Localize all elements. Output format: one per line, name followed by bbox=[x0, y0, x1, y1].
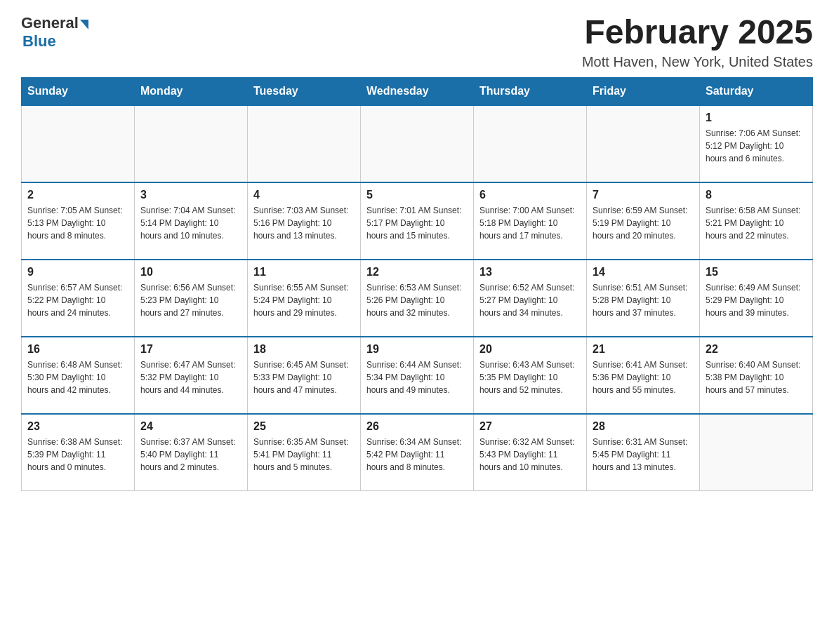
calendar-cell bbox=[587, 105, 700, 182]
calendar-cell: 13Sunrise: 6:52 AM Sunset: 5:27 PM Dayli… bbox=[474, 260, 587, 337]
day-info: Sunrise: 7:00 AM Sunset: 5:18 PM Dayligh… bbox=[479, 204, 581, 242]
logo-general-text: General bbox=[21, 14, 79, 32]
day-number: 27 bbox=[479, 420, 581, 433]
day-info: Sunrise: 6:56 AM Sunset: 5:23 PM Dayligh… bbox=[140, 281, 241, 319]
calendar-cell bbox=[135, 105, 248, 182]
day-number: 13 bbox=[479, 266, 581, 279]
day-number: 2 bbox=[27, 189, 128, 201]
day-number: 16 bbox=[27, 343, 128, 356]
calendar-cell: 3Sunrise: 7:04 AM Sunset: 5:14 PM Daylig… bbox=[135, 182, 248, 260]
day-info: Sunrise: 6:35 AM Sunset: 5:41 PM Dayligh… bbox=[253, 436, 355, 474]
day-info: Sunrise: 6:32 AM Sunset: 5:43 PM Dayligh… bbox=[479, 436, 581, 474]
calendar-cell: 17Sunrise: 6:47 AM Sunset: 5:32 PM Dayli… bbox=[135, 337, 248, 414]
day-number: 6 bbox=[479, 189, 581, 201]
calendar-cell bbox=[361, 105, 474, 182]
weekday-header-wednesday: Wednesday bbox=[361, 77, 474, 105]
day-number: 19 bbox=[366, 343, 468, 356]
day-info: Sunrise: 6:53 AM Sunset: 5:26 PM Dayligh… bbox=[366, 281, 468, 319]
day-number: 3 bbox=[140, 189, 241, 201]
week-row-5: 23Sunrise: 6:38 AM Sunset: 5:39 PM Dayli… bbox=[22, 414, 813, 491]
day-info: Sunrise: 6:31 AM Sunset: 5:45 PM Dayligh… bbox=[593, 436, 694, 474]
day-info: Sunrise: 6:55 AM Sunset: 5:24 PM Dayligh… bbox=[253, 281, 355, 319]
weekday-header-tuesday: Tuesday bbox=[248, 77, 361, 105]
calendar-cell: 14Sunrise: 6:51 AM Sunset: 5:28 PM Dayli… bbox=[587, 260, 700, 337]
calendar-cell: 12Sunrise: 6:53 AM Sunset: 5:26 PM Dayli… bbox=[361, 260, 474, 337]
header-right: February 2025 Mott Haven, New York, Unit… bbox=[582, 14, 813, 70]
day-info: Sunrise: 6:57 AM Sunset: 5:22 PM Dayligh… bbox=[27, 281, 128, 319]
calendar-cell: 27Sunrise: 6:32 AM Sunset: 5:43 PM Dayli… bbox=[474, 414, 587, 491]
day-number: 23 bbox=[27, 420, 128, 433]
week-row-2: 2Sunrise: 7:05 AM Sunset: 5:13 PM Daylig… bbox=[22, 182, 813, 260]
day-info: Sunrise: 6:34 AM Sunset: 5:42 PM Dayligh… bbox=[366, 436, 468, 474]
calendar-cell: 16Sunrise: 6:48 AM Sunset: 5:30 PM Dayli… bbox=[22, 337, 135, 414]
day-info: Sunrise: 6:47 AM Sunset: 5:32 PM Dayligh… bbox=[140, 358, 241, 396]
day-number: 11 bbox=[253, 266, 355, 279]
day-number: 12 bbox=[366, 266, 468, 279]
calendar-cell: 11Sunrise: 6:55 AM Sunset: 5:24 PM Dayli… bbox=[248, 260, 361, 337]
calendar-cell bbox=[700, 414, 813, 491]
day-number: 7 bbox=[593, 189, 694, 201]
day-info: Sunrise: 6:43 AM Sunset: 5:35 PM Dayligh… bbox=[479, 358, 581, 396]
calendar-cell bbox=[22, 105, 135, 182]
calendar-cell: 28Sunrise: 6:31 AM Sunset: 5:45 PM Dayli… bbox=[587, 414, 700, 491]
day-number: 5 bbox=[366, 189, 468, 201]
day-info: Sunrise: 6:49 AM Sunset: 5:29 PM Dayligh… bbox=[706, 281, 807, 319]
calendar-cell: 25Sunrise: 6:35 AM Sunset: 5:41 PM Dayli… bbox=[248, 414, 361, 491]
day-info: Sunrise: 6:59 AM Sunset: 5:19 PM Dayligh… bbox=[593, 204, 694, 242]
day-info: Sunrise: 6:38 AM Sunset: 5:39 PM Dayligh… bbox=[27, 436, 128, 474]
day-number: 8 bbox=[706, 189, 807, 201]
day-info: Sunrise: 6:51 AM Sunset: 5:28 PM Dayligh… bbox=[593, 281, 694, 319]
day-number: 22 bbox=[706, 343, 807, 356]
day-number: 25 bbox=[253, 420, 355, 433]
weekday-header-saturday: Saturday bbox=[700, 77, 813, 105]
day-info: Sunrise: 6:37 AM Sunset: 5:40 PM Dayligh… bbox=[140, 436, 241, 474]
calendar-cell: 10Sunrise: 6:56 AM Sunset: 5:23 PM Dayli… bbox=[135, 260, 248, 337]
weekday-header-sunday: Sunday bbox=[22, 77, 135, 105]
calendar-table: SundayMondayTuesdayWednesdayThursdayFrid… bbox=[21, 77, 813, 492]
calendar-cell: 20Sunrise: 6:43 AM Sunset: 5:35 PM Dayli… bbox=[474, 337, 587, 414]
day-number: 24 bbox=[140, 420, 241, 433]
day-info: Sunrise: 6:41 AM Sunset: 5:36 PM Dayligh… bbox=[593, 358, 694, 396]
day-number: 17 bbox=[140, 343, 241, 356]
page-header: General Blue February 2025 Mott Haven, N… bbox=[21, 14, 813, 70]
day-number: 26 bbox=[366, 420, 468, 433]
calendar-cell: 9Sunrise: 6:57 AM Sunset: 5:22 PM Daylig… bbox=[22, 260, 135, 337]
day-info: Sunrise: 6:58 AM Sunset: 5:21 PM Dayligh… bbox=[706, 204, 807, 242]
calendar-cell: 22Sunrise: 6:40 AM Sunset: 5:38 PM Dayli… bbox=[700, 337, 813, 414]
day-info: Sunrise: 6:52 AM Sunset: 5:27 PM Dayligh… bbox=[479, 281, 581, 319]
day-number: 9 bbox=[27, 266, 128, 279]
day-info: Sunrise: 7:01 AM Sunset: 5:17 PM Dayligh… bbox=[366, 204, 468, 242]
weekday-header-monday: Monday bbox=[135, 77, 248, 105]
location-subtitle: Mott Haven, New York, United States bbox=[582, 54, 813, 70]
calendar-cell: 1Sunrise: 7:06 AM Sunset: 5:12 PM Daylig… bbox=[700, 105, 813, 182]
calendar-cell: 23Sunrise: 6:38 AM Sunset: 5:39 PM Dayli… bbox=[22, 414, 135, 491]
calendar-cell: 7Sunrise: 6:59 AM Sunset: 5:19 PM Daylig… bbox=[587, 182, 700, 260]
day-number: 21 bbox=[593, 343, 694, 356]
calendar-cell: 21Sunrise: 6:41 AM Sunset: 5:36 PM Dayli… bbox=[587, 337, 700, 414]
weekday-header-thursday: Thursday bbox=[474, 77, 587, 105]
week-row-1: 1Sunrise: 7:06 AM Sunset: 5:12 PM Daylig… bbox=[22, 105, 813, 182]
day-info: Sunrise: 7:04 AM Sunset: 5:14 PM Dayligh… bbox=[140, 204, 241, 242]
calendar-cell: 2Sunrise: 7:05 AM Sunset: 5:13 PM Daylig… bbox=[22, 182, 135, 260]
day-number: 4 bbox=[253, 189, 355, 201]
calendar-cell: 4Sunrise: 7:03 AM Sunset: 5:16 PM Daylig… bbox=[248, 182, 361, 260]
calendar-cell: 19Sunrise: 6:44 AM Sunset: 5:34 PM Dayli… bbox=[361, 337, 474, 414]
day-number: 1 bbox=[706, 112, 807, 124]
day-number: 28 bbox=[593, 420, 694, 433]
day-number: 15 bbox=[706, 266, 807, 279]
day-info: Sunrise: 7:06 AM Sunset: 5:12 PM Dayligh… bbox=[706, 127, 807, 165]
calendar-cell: 15Sunrise: 6:49 AM Sunset: 5:29 PM Dayli… bbox=[700, 260, 813, 337]
logo-arrow-icon bbox=[80, 20, 88, 29]
calendar-cell: 26Sunrise: 6:34 AM Sunset: 5:42 PM Dayli… bbox=[361, 414, 474, 491]
weekday-header-friday: Friday bbox=[587, 77, 700, 105]
calendar-cell: 5Sunrise: 7:01 AM Sunset: 5:17 PM Daylig… bbox=[361, 182, 474, 260]
day-info: Sunrise: 7:05 AM Sunset: 5:13 PM Dayligh… bbox=[27, 204, 128, 242]
day-number: 14 bbox=[593, 266, 694, 279]
day-info: Sunrise: 7:03 AM Sunset: 5:16 PM Dayligh… bbox=[253, 204, 355, 242]
calendar-cell bbox=[474, 105, 587, 182]
day-info: Sunrise: 6:44 AM Sunset: 5:34 PM Dayligh… bbox=[366, 358, 468, 396]
logo-blue-text: Blue bbox=[22, 32, 56, 51]
day-number: 10 bbox=[140, 266, 241, 279]
weekday-header-row: SundayMondayTuesdayWednesdayThursdayFrid… bbox=[22, 77, 813, 105]
calendar-cell: 18Sunrise: 6:45 AM Sunset: 5:33 PM Dayli… bbox=[248, 337, 361, 414]
